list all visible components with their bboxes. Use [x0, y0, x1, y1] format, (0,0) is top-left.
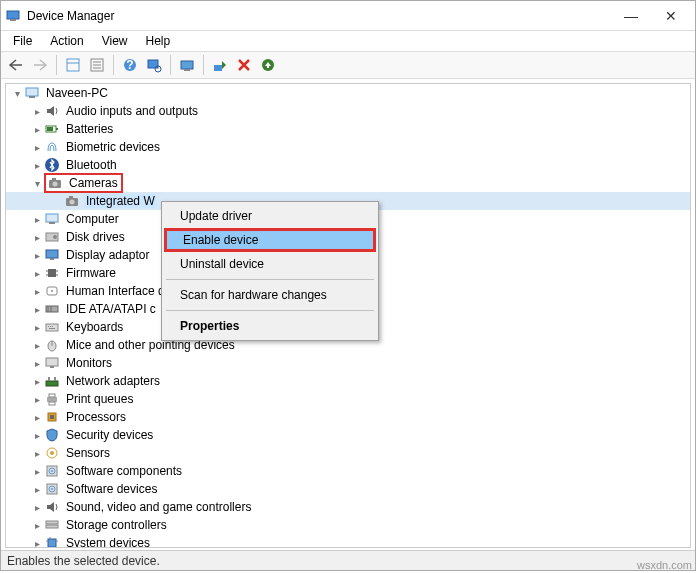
expand-icon[interactable]: ▸ [30, 410, 44, 424]
forward-button[interactable] [29, 54, 51, 76]
tree-node[interactable]: ▸Monitors [6, 354, 690, 372]
tree-node[interactable]: ▸Software components [6, 462, 690, 480]
node-label: Display adaptor [64, 248, 151, 262]
expand-icon[interactable]: ▸ [30, 464, 44, 478]
tree-node[interactable]: ▸Processors [6, 408, 690, 426]
svg-rect-14 [214, 65, 222, 71]
menu-file[interactable]: File [5, 32, 40, 50]
tree-node[interactable]: ▸Print queues [6, 390, 690, 408]
expand-icon[interactable]: ▸ [30, 482, 44, 496]
toolbar-separator [56, 55, 57, 75]
svg-rect-27 [69, 196, 73, 198]
camera-icon [64, 193, 80, 209]
tree-node[interactable]: ▸System devices [6, 534, 690, 548]
expand-icon[interactable]: ▸ [30, 104, 44, 118]
expand-icon[interactable]: ▸ [30, 320, 44, 334]
bt-icon [44, 157, 60, 173]
expand-icon[interactable]: ▸ [30, 248, 44, 262]
svg-rect-19 [56, 128, 58, 130]
monitor-icon [44, 355, 60, 371]
computer-icon [44, 211, 60, 227]
menu-help[interactable]: Help [138, 32, 179, 50]
menu-bar: File Action View Help [1, 31, 695, 51]
battery-icon [44, 121, 60, 137]
expand-icon[interactable]: ▸ [30, 158, 44, 172]
storage-icon [44, 517, 60, 533]
scan-button[interactable] [143, 54, 165, 76]
menu-action[interactable]: Action [42, 32, 91, 50]
expand-icon[interactable]: ▸ [30, 302, 44, 316]
node-label: Software components [64, 464, 184, 478]
sw-icon [44, 481, 60, 497]
uninstall-button[interactable] [233, 54, 255, 76]
svg-rect-69 [46, 521, 58, 524]
context-item[interactable]: Uninstall device [164, 252, 376, 276]
properties-button[interactable] [86, 54, 108, 76]
expand-icon[interactable]: ▸ [30, 230, 44, 244]
expand-icon[interactable]: ▸ [30, 536, 44, 548]
svg-rect-34 [48, 269, 56, 277]
hid-icon [44, 283, 60, 299]
tree-node[interactable]: ▸Network adapters [6, 372, 690, 390]
expand-icon[interactable]: ▸ [30, 212, 44, 226]
tree-node[interactable]: ▸Security devices [6, 426, 690, 444]
tree-node[interactable]: ▸Audio inputs and outputs [6, 102, 690, 120]
enable-button[interactable] [209, 54, 231, 76]
expand-icon[interactable]: ▸ [30, 338, 44, 352]
status-text: Enables the selected device. [7, 554, 160, 568]
tree-node[interactable]: ▸Storage controllers [6, 516, 690, 534]
expand-icon[interactable]: ▸ [30, 428, 44, 442]
menu-view[interactable]: View [94, 32, 136, 50]
tree-node[interactable]: ▸Software devices [6, 480, 690, 498]
expand-icon[interactable]: ▸ [30, 500, 44, 514]
expand-icon[interactable]: ▾ [30, 176, 44, 190]
svg-rect-52 [50, 366, 54, 368]
tree-node[interactable]: ▸Biometric devices [6, 138, 690, 156]
context-item[interactable]: Update driver [164, 204, 376, 228]
node-label: Firmware [64, 266, 118, 280]
svg-rect-57 [49, 394, 55, 397]
minimize-button[interactable]: — [611, 2, 651, 30]
title-bar: Device Manager — ✕ [1, 1, 695, 31]
expand-icon[interactable]: ▸ [30, 140, 44, 154]
node-label: Batteries [64, 122, 115, 136]
node-label: Monitors [64, 356, 114, 370]
tree-node[interactable]: ▸Sensors [6, 444, 690, 462]
context-separator [166, 310, 374, 311]
app-icon [5, 8, 21, 24]
tree-node[interactable]: ▾Cameras [6, 174, 690, 192]
tree-node[interactable]: ▸Batteries [6, 120, 690, 138]
update-driver-button[interactable] [176, 54, 198, 76]
close-button[interactable]: ✕ [651, 2, 691, 30]
tree-root[interactable]: ▾Naveen-PC [6, 84, 690, 102]
toolbar-separator [203, 55, 204, 75]
svg-text:?: ? [126, 58, 133, 72]
computer-icon [24, 85, 40, 101]
expand-icon[interactable]: ▸ [30, 392, 44, 406]
help-button[interactable]: ? [119, 54, 141, 76]
add-legacy-button[interactable] [257, 54, 279, 76]
svg-rect-47 [52, 326, 53, 327]
expand-icon[interactable]: ▸ [30, 374, 44, 388]
print-icon [44, 391, 60, 407]
expand-icon[interactable]: ▸ [30, 122, 44, 136]
display-icon [44, 247, 60, 263]
expand-icon[interactable]: ▸ [30, 266, 44, 280]
expand-icon[interactable]: ▾ [10, 86, 24, 100]
expand-icon[interactable]: ▸ [30, 518, 44, 532]
svg-rect-70 [46, 525, 58, 528]
expand-icon[interactable]: ▸ [30, 284, 44, 298]
back-button[interactable] [5, 54, 27, 76]
context-item[interactable]: Enable device [164, 228, 376, 252]
context-item[interactable]: Scan for hardware changes [164, 283, 376, 307]
expand-icon[interactable]: ▸ [30, 356, 44, 370]
show-hidden-button[interactable] [62, 54, 84, 76]
tree-node[interactable]: ▸Bluetooth [6, 156, 690, 174]
node-label: Disk drives [64, 230, 127, 244]
node-label: Integrated W [84, 194, 157, 208]
expand-icon[interactable]: ▸ [30, 446, 44, 460]
tree-node[interactable]: ▸Sound, video and game controllers [6, 498, 690, 516]
svg-point-68 [51, 488, 53, 490]
context-item[interactable]: Properties [164, 314, 376, 338]
svg-rect-54 [48, 377, 50, 381]
